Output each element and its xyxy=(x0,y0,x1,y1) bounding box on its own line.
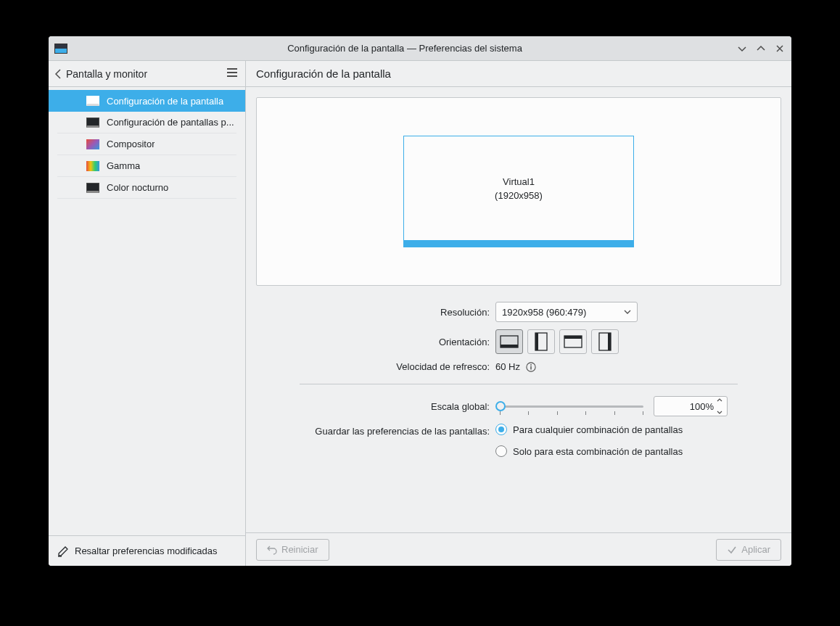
close-button[interactable] xyxy=(774,43,786,54)
info-icon[interactable] xyxy=(526,362,536,372)
window-title: Configuración de la pantalla — Preferenc… xyxy=(73,43,736,54)
settings-window: Configuración de la pantalla — Preferenc… xyxy=(49,36,791,566)
highlight-modified-button[interactable]: Resaltar preferencias modificadas xyxy=(49,535,245,566)
undo-icon xyxy=(267,545,277,555)
sidebar-item-label: Configuración de pantallas p... xyxy=(107,117,234,128)
svg-rect-10 xyxy=(530,366,531,369)
save-prefs-label: Guardar las preferencias de las pantalla… xyxy=(256,424,495,437)
svg-rect-3 xyxy=(535,333,538,350)
portrait-right-icon xyxy=(598,332,612,351)
scale-label: Escala global: xyxy=(256,401,495,412)
monitor-icon xyxy=(86,96,99,106)
monitor-icon xyxy=(86,118,99,128)
sidebar-item-label: Gamma xyxy=(107,160,140,171)
refresh-label: Velocidad de refresco: xyxy=(256,361,495,372)
sidebar-item-label: Color nocturno xyxy=(107,182,168,193)
svg-point-9 xyxy=(530,364,532,366)
sidebar-item-label: Configuración de la pantalla xyxy=(107,96,223,107)
display-box[interactable]: Virtual1 (1920x958) xyxy=(403,136,634,247)
maximize-button[interactable] xyxy=(755,43,767,54)
chevron-up-icon[interactable] xyxy=(717,398,722,402)
display-resolution: (1920x958) xyxy=(495,190,543,201)
main-panel: Configuración de la pantalla Virtual1 (1… xyxy=(246,61,791,566)
hamburger-menu-button[interactable] xyxy=(226,67,238,80)
titlebar: Configuración de la pantalla — Preferenc… xyxy=(49,36,791,61)
sidebar-item-multi-display[interactable]: Configuración de pantallas p... xyxy=(57,112,236,133)
orientation-landscape-button[interactable] xyxy=(495,329,523,354)
orientation-landscape-flipped-button[interactable] xyxy=(559,329,587,354)
resolution-label: Resolución: xyxy=(256,307,495,318)
resolution-combo[interactable]: 1920x958 (960:479) xyxy=(495,302,638,322)
portrait-left-icon xyxy=(535,332,548,351)
landscape-flipped-icon xyxy=(564,335,582,348)
monitor-icon xyxy=(86,183,99,193)
page-title: Configuración de la pantalla xyxy=(246,61,791,87)
reset-button[interactable]: Reiniciar xyxy=(256,539,329,561)
back-button[interactable]: Pantalla y monitor xyxy=(54,68,147,80)
sidebar-item-night-color[interactable]: Color nocturno xyxy=(57,177,236,199)
display-name: Virtual1 xyxy=(503,176,535,187)
orientation-label: Orientación: xyxy=(256,337,495,347)
gamma-icon xyxy=(86,161,99,171)
chevron-down-icon xyxy=(624,310,631,314)
svg-rect-5 xyxy=(564,336,582,339)
pencil-icon xyxy=(57,545,69,557)
svg-rect-1 xyxy=(501,345,518,347)
orientation-portrait-left-button[interactable] xyxy=(527,329,555,354)
sidebar: Pantalla y monitor Configuración de la p… xyxy=(49,61,246,566)
orientation-portrait-right-button[interactable] xyxy=(591,329,619,354)
radio-label-this: Solo para esta combinación de pantallas xyxy=(513,446,683,457)
radio-any-combination[interactable] xyxy=(495,424,507,435)
sidebar-item-compositor[interactable]: Compositor xyxy=(57,133,236,155)
slider-handle[interactable] xyxy=(495,401,506,411)
scale-spinbox[interactable]: 100% xyxy=(654,396,728,416)
apply-button[interactable]: Aplicar xyxy=(716,539,781,561)
highlight-modified-label: Resaltar preferencias modificadas xyxy=(75,545,218,556)
chevron-down-icon[interactable] xyxy=(717,411,722,414)
minimize-button[interactable] xyxy=(736,43,748,54)
compositor-icon xyxy=(86,139,99,149)
apply-label: Aplicar xyxy=(741,544,770,555)
resolution-value: 1920x958 (960:479) xyxy=(502,307,586,318)
sidebar-item-gamma[interactable]: Gamma xyxy=(57,155,236,177)
landscape-icon xyxy=(500,335,519,348)
scale-slider[interactable] xyxy=(495,399,648,413)
sidebar-item-display-config[interactable]: Configuración de la pantalla xyxy=(49,90,245,112)
reset-label: Reiniciar xyxy=(281,544,318,555)
scale-value: 100% xyxy=(690,401,714,412)
app-icon xyxy=(54,44,67,54)
check-icon xyxy=(727,545,737,555)
sidebar-item-label: Compositor xyxy=(107,139,155,149)
radio-this-combination[interactable] xyxy=(495,445,507,457)
radio-label-any: Para cualquier combinación de pantallas xyxy=(513,424,683,435)
chevron-left-icon xyxy=(54,68,62,80)
separator xyxy=(300,384,738,384)
refresh-value: 60 Hz xyxy=(495,361,520,372)
display-preview: Virtual1 (1920x958) xyxy=(256,97,781,286)
svg-rect-7 xyxy=(608,333,611,350)
back-label: Pantalla y monitor xyxy=(66,68,147,80)
